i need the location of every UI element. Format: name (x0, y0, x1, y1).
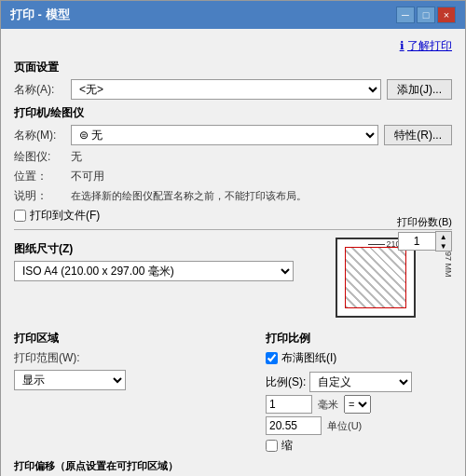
location-value: 不可用 (71, 169, 104, 184)
scale-label-row: 比例(S): 自定义 (266, 372, 452, 392)
print-range-select[interactable]: 显示 (14, 370, 126, 390)
info-link-row: ℹ 了解打印 (14, 38, 452, 54)
dialog-title: 打印 - 模型 (10, 7, 70, 23)
dialog-content: ℹ 了解打印 页面设置 名称(A): <无> 添加(J)... 打印机/绘图仪 … (1, 29, 465, 476)
print-scale-title: 打印比例 (266, 331, 452, 347)
maximize-button[interactable]: □ (417, 7, 435, 23)
scale-unit1-select[interactable]: = (344, 395, 371, 414)
paper-section: 图纸尺寸(Z) ISO A4 (210.00 x 297.00 毫米) 210 … (14, 236, 452, 321)
location-row: 位置： 不可用 (14, 169, 452, 184)
scale-value2-row: 单位(U) (266, 416, 452, 435)
plotter-row: 绘图仪: 无 (14, 149, 452, 165)
plotter-value: 无 (71, 149, 82, 165)
scale-label: 比例(S): (266, 374, 306, 390)
print-range-row: 打印范围(W): (14, 350, 256, 366)
minimize-button[interactable]: ─ (396, 7, 415, 23)
print-scale-section: 打印比例 布满图纸(I) 比例(S): 自定义 毫米 = (266, 325, 452, 454)
scale-value1-input[interactable] (266, 395, 312, 414)
print-to-file-label: 打印到文件(F) (30, 208, 100, 224)
info-icon: ℹ (400, 39, 404, 52)
info-link-text[interactable]: 了解打印 (407, 39, 452, 52)
printer-section-title: 打印机/绘图仪 (14, 105, 452, 121)
fit-paper-checkbox[interactable] (266, 352, 278, 364)
page-setup-title: 页面设置 (14, 60, 452, 75)
fit-paper-label: 布满图纸(I) (281, 350, 336, 366)
spin-buttons: ▲ ▼ (435, 231, 452, 252)
paper-size-title: 图纸尺寸(Z) (14, 241, 294, 257)
range-scale-section: 打印区域 打印范围(W): 显示 打印比例 布满图纸(I) 比例(S): (14, 325, 452, 454)
printer-name-row: 名称(M): ⊜ 无 特性(R)... (14, 125, 452, 145)
print-range-section: 打印区域 打印范围(W): 显示 (14, 325, 256, 454)
desc-row: 说明： 在选择新的绘图仪配置名称之前，不能打印该布局。 (14, 188, 452, 204)
paper-preview-inner (345, 247, 406, 308)
printer-properties-button[interactable]: 特性(R)... (384, 125, 452, 145)
page-setup-name-select[interactable]: <无> (71, 79, 381, 100)
paper-size-select[interactable]: ISO A4 (210.00 x 297.00 毫米) (14, 261, 294, 281)
print-to-file-checkbox[interactable] (14, 210, 26, 222)
print-offset-section: 打印偏移（原点设置在可打印区域） X: 毫米 □ 居中打印(C) Y: 毫米 (14, 459, 452, 476)
print-range-label: 打印范围(W): (14, 350, 80, 366)
page-setup-add-button[interactable]: 添加(J)... (387, 79, 452, 100)
print-offset-title: 打印偏移（原点设置在可打印区域） (14, 459, 452, 473)
scale-value-row: 毫米 = (266, 395, 452, 414)
print-to-file-row: 打印到文件(F) (14, 208, 452, 224)
print-range-title: 打印区域 (14, 331, 256, 347)
print-copies-input[interactable] (398, 232, 435, 251)
paper-height-label: 297 MM (444, 247, 453, 303)
paper-left: 图纸尺寸(Z) ISO A4 (210.00 x 297.00 毫米) (14, 236, 294, 321)
shrink-label: 缩 (281, 438, 293, 454)
location-label: 位置： (14, 169, 65, 184)
desc-label: 说明： (14, 188, 65, 204)
spin-down-button[interactable]: ▼ (436, 241, 451, 251)
plotter-label: 绘图仪: (14, 149, 65, 165)
print-copies-label: 打印份数(B) (397, 215, 452, 229)
paper-size-row: ISO A4 (210.00 x 297.00 毫米) (14, 261, 294, 281)
shrink-row: 缩 (266, 438, 452, 454)
fit-paper-row: 布满图纸(I) (266, 350, 452, 366)
scale-value2-input[interactable] (266, 416, 322, 435)
spin-up-button[interactable]: ▲ (436, 232, 451, 241)
scale-select[interactable]: 自定义 (309, 372, 412, 392)
page-setup-row: 名称(A): <无> 添加(J)... (14, 79, 452, 100)
window-controls: ─ □ × (396, 7, 456, 23)
print-copies-section: 打印份数(B) ▲ ▼ (397, 215, 452, 252)
desc-value: 在选择新的绘图仪配置名称之前，不能打印该布局。 (71, 189, 307, 203)
printer-name-select[interactable]: ⊜ 无 (71, 125, 378, 145)
print-range-select-row: 显示 (14, 370, 256, 390)
printer-name-label: 名称(M): (14, 128, 65, 143)
shrink-checkbox[interactable] (266, 440, 278, 452)
print-copies-spinbox: ▲ ▼ (398, 231, 452, 252)
title-bar: 打印 - 模型 ─ □ × (1, 1, 465, 29)
page-setup-name-label: 名称(A): (14, 82, 65, 98)
close-button[interactable]: × (437, 7, 456, 23)
print-dialog: 打印 - 模型 ─ □ × ℹ 了解打印 页面设置 名称(A): <无> 添加(… (0, 0, 466, 476)
scale-unit1-label: 毫米 (318, 398, 338, 412)
scale-unit2-label: 单位(U) (327, 419, 362, 433)
